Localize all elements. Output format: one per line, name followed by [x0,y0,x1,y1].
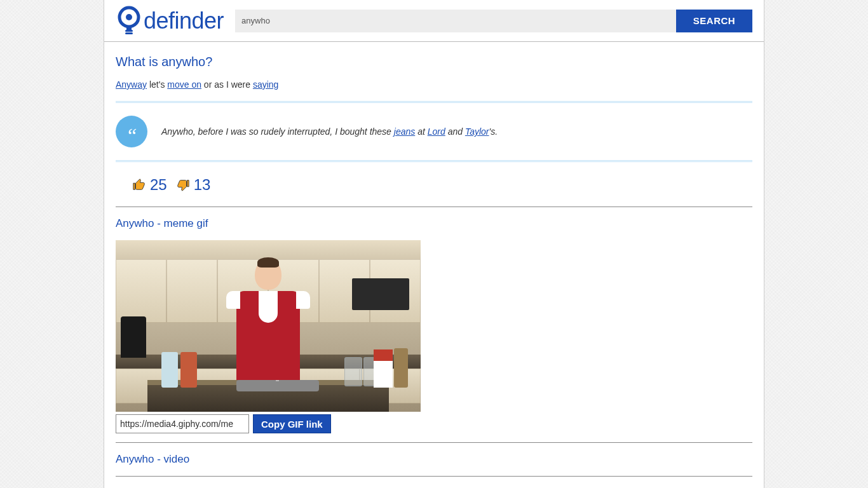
thumbs-down-icon[interactable] [176,178,190,192]
logo-icon [116,6,142,36]
search-form: SEARCH [235,10,752,32]
gif-block: Copy GIF link [116,240,752,433]
def-text-1: let's [147,79,167,90]
link-taylor[interactable]: Taylor [465,126,489,137]
link-jeans[interactable]: jeans [394,126,415,137]
whatis-heading: Anywho - what is it? [116,477,752,488]
svg-rect-4 [125,32,133,34]
quote-text: Anywho, before I was so rudely interrupt… [161,126,498,137]
quote-and: and [445,126,465,137]
logo-text: definder [144,8,224,34]
svg-point-1 [126,14,132,20]
gif-link-row: Copy GIF link [116,414,752,433]
def-text-2: or as I were [201,79,253,90]
quote-icon: “ [116,116,147,147]
meme-gif-heading: Anywho - meme gif [116,207,752,240]
copy-gif-button[interactable]: Copy GIF link [253,414,331,433]
gif-image[interactable] [116,240,421,412]
page-title: What is anywho? [116,55,752,69]
link-anyway[interactable]: Anyway [116,79,147,90]
svg-rect-3 [125,30,133,32]
link-move-on[interactable]: move on [167,79,201,90]
content: What is anywho? Anyway let's move on or … [104,42,764,488]
header: definder SEARCH [104,0,764,42]
search-input[interactable] [235,10,676,32]
quote-section: “ Anywho, before I was so rudely interru… [116,101,752,162]
link-lord[interactable]: Lord [428,126,445,137]
quote-end: 's. [489,126,498,137]
upvote-count: 25 [150,176,167,194]
thumbs-up-icon[interactable] [132,178,146,192]
logo-link[interactable]: definder [116,6,224,36]
downvote-count: 13 [194,176,211,194]
svg-rect-2 [126,26,132,30]
link-saying[interactable]: saying [253,79,278,90]
gif-url-input[interactable] [116,414,249,433]
quote-at: at [415,126,427,137]
definition-line: Anyway let's move on or as I were saying [116,79,752,90]
quote-before: Anywho, before I was so rudely interrupt… [161,126,394,137]
search-button[interactable]: SEARCH [676,10,752,32]
video-heading: Anywho - video [116,443,752,476]
votes: 25 13 [116,176,752,207]
